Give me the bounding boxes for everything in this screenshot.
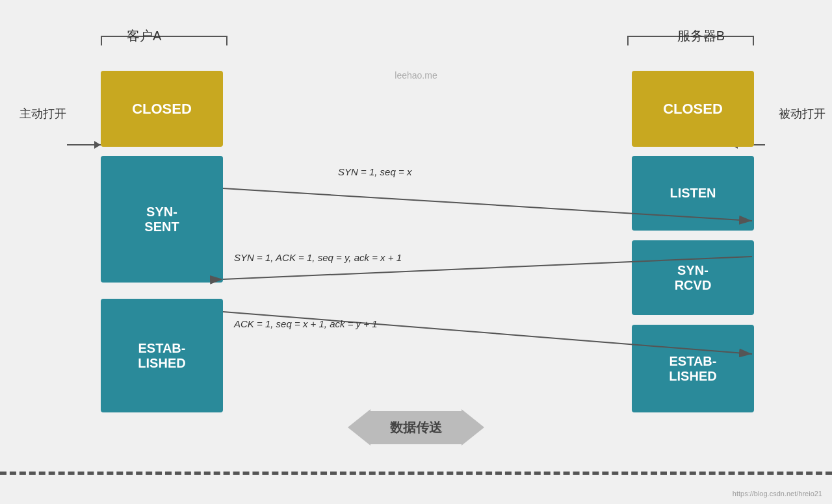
diagram-container: leehao.me https://blog.csdn.net/hreio21 … xyxy=(0,0,832,504)
client-syn-sent-box: SYN- SENT xyxy=(101,156,223,283)
bottom-dashed-line xyxy=(0,472,832,475)
arrow3-label: ACK = 1, seq = x + 1, ack = y + 1 xyxy=(234,318,378,329)
watermark: leehao.me xyxy=(395,70,437,81)
client-established-box: ESTAB- LISHED xyxy=(101,299,223,412)
client-bracket xyxy=(101,36,228,37)
client-closed-box: CLOSED xyxy=(101,71,223,147)
client-side-arrow xyxy=(67,144,101,145)
server-label: 服务器B xyxy=(677,27,725,45)
server-syn-rcvd-box: SYN- RCVD xyxy=(632,240,754,315)
arrow1-label: SYN = 1, seq = x xyxy=(338,166,411,177)
data-arrow-right xyxy=(462,409,484,446)
arrow2-label: SYN = 1, ACK = 1, seq = y, ack = x + 1 xyxy=(234,252,402,263)
client-label: 客户A xyxy=(127,27,161,45)
data-transfer-box: 数据传送 xyxy=(370,411,462,444)
server-closed-box: CLOSED xyxy=(632,71,754,147)
data-arrow-left xyxy=(348,409,370,446)
server-listen-box: LISTEN xyxy=(632,156,754,231)
source-label: https://blog.csdn.net/hreio21 xyxy=(733,490,822,498)
data-transfer: 数据传送 xyxy=(348,409,484,446)
server-established-box: ESTAB- LISHED xyxy=(632,325,754,412)
passive-open-label: 被动打开 xyxy=(779,106,826,121)
active-open-label: 主动打开 xyxy=(20,106,66,121)
